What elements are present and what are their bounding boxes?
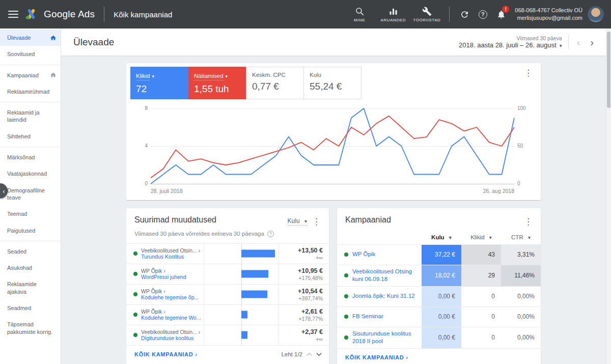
reports-action-label: ARUANDED [380,18,406,22]
reports-icon [388,7,398,16]
metric-chip-kulu[interactable]: Kulu 55,24 € [303,67,362,99]
sidebar-item-label: Ülevaade [7,34,31,41]
campaign-link[interactable]: Turundus Koolitus [141,254,200,260]
page-up-button[interactable] [307,352,312,356]
sidebar-item-soovitused[interactable]: Soovitused [0,46,61,62]
status-dot [344,315,348,319]
chart-menu-icon[interactable]: ⋮ [520,67,537,79]
page-title: Ülevaade [73,37,114,48]
sidebar-item-reklaamid-ja-laiendid[interactable]: Reklaamid ja laiendid [0,104,61,128]
sidebar-item-kampaaniad[interactable]: Kampaaniad [0,67,61,83]
y-axis-tick: 100 [517,105,532,111]
search-action[interactable]: MINE [345,7,374,22]
card-menu-icon[interactable]: ⋮ [520,215,537,228]
sidebar-item-marksonad[interactable]: Märksõnad [0,149,61,165]
table-row[interactable]: Joomla õpik: Kuni 31.12 0,00 € 0 0,00% [337,286,541,306]
account-info[interactable]: 068-068-4767 Collectiv OÜ merlisjusupov@… [515,7,582,22]
chevron-down-icon: ▾ [560,43,562,48]
chevron-down-icon: ▾ [489,235,492,240]
tools-icon [422,7,432,16]
page-down-button[interactable] [316,352,322,356]
column-header-ctr[interactable]: CTR ▾ [501,229,541,244]
avatar[interactable] [588,6,604,22]
sidebar-item-sihtlehed[interactable]: Sihtlehed [0,128,61,145]
y-axis-tick: 0 [135,181,148,187]
status-dot [344,335,348,340]
cell-klikid: 0 [461,327,501,348]
table-row[interactable]: WP Õpik › Kodulehe tegemise õp... +10,54… [126,284,329,304]
sidebar-item-ulevaade[interactable]: Ülevaade [0,30,61,46]
cell-ctr: 0,00% [501,307,541,327]
sidebar-item-seadmed[interactable]: Seadmed [0,300,61,316]
table-row[interactable]: FB Seminar 0,00 € 0 0,00% [337,306,541,327]
campaign-link[interactable]: WP Õpik [352,250,375,259]
campaigns-card: Kampaaniad ⋮ Kulu ▾ Klikid ▾ CTR ▾ WP Õp… [337,208,541,364]
search-icon [355,7,365,16]
table-row[interactable]: WP Õpik › WordPressi juhend +10,95 €+175… [126,264,329,284]
reports-action[interactable]: ARUANDED [379,7,407,22]
campaign-link[interactable]: Joomla õpik: Kuni 31.12 [352,292,415,300]
help-icon[interactable]: ? [476,8,489,21]
y-axis-tick: 0 [517,181,532,187]
divider [449,7,450,22]
status-dot [133,272,137,276]
sidebar-item-demograafiline-teave[interactable]: Demograafiline teave [0,182,61,206]
campaign-link[interactable]: WordPressi juhend [141,274,186,280]
cell-ctr: 0,00% [501,327,541,348]
metric-selector[interactable]: Kulu ▾ [288,217,307,226]
metric-chip-cpc[interactable]: Keskm. CPC 0,77 € [246,67,304,99]
table-row[interactable]: Veebikoolitused Otsin... › Digiturunduse… [126,325,329,345]
column-header-klikid[interactable]: Klikid ▾ [461,229,501,244]
change-bar [241,250,275,258]
campaign-link[interactable]: Kodulehe tegemise õp... [141,294,199,300]
table-row[interactable]: Sisuturunduse koolitus 2018 II pool 0,00… [337,327,541,348]
sidebar: Ülevaade Soovitused Kampaaniad Reklaamir… [0,29,61,364]
table-row[interactable]: Veebikoolitused Otsin... › Turundus Kool… [126,243,329,264]
top-changes-card: Suurimad muudatused Kulu ▾ ⋮ Viimased 30… [126,208,329,364]
cell-kulu: 0,00 € [422,327,461,348]
sidebar-item-asukohad[interactable]: Asukohad [0,260,61,276]
sidebar-item-tapsemad-pakkumiste[interactable]: Täpsemad pakkumiste korrig. [0,316,61,340]
column-header-kulu[interactable]: Kulu ▾ [422,229,461,244]
next-period-button[interactable]: › [588,37,596,47]
cell-kulu: 37,22 € [422,245,461,265]
sidebar-item-seaded[interactable]: Seaded [0,243,61,260]
cell-kulu: 0,00 € [422,287,461,306]
metric-chip-naitamised[interactable]: Näitamised▾ 1,55 tuh [188,67,246,99]
tools-action[interactable]: TÖÖRIISTAD [412,7,441,22]
scrollbar-thumb[interactable] [607,32,610,108]
sidebar-item-reklaamiruhmad[interactable]: Reklaamirühmad [0,83,61,100]
table-row[interactable]: WP Õpik › Kodulehe tegemine Wo... +2,61 … [126,304,329,325]
divider [568,36,569,49]
tools-action-label: TÖÖRIISTAD [413,18,440,22]
prev-period-button[interactable]: ‹ [575,37,582,47]
campaign-link[interactable]: FB Seminar [352,313,383,321]
card-menu-icon[interactable]: ⋮ [308,215,325,228]
scrollbar[interactable] [606,29,611,364]
all-campaigns-link[interactable]: KÕIK KAMPAANIAD › [134,351,198,357]
overview-chart-card: Klikid▾ 72 Näitamised▾ 1,55 tuh Keskm. C… [126,63,541,200]
sidebar-item-paigutused[interactable]: Paigutused [0,222,61,239]
topbar: Google Ads Kõik kampaaniad MINE ARUANDED… [0,0,611,29]
all-campaigns-link[interactable]: KÕIK KAMPAANIAD › [345,354,408,360]
campaign-link[interactable]: Kodulehe tegemine Wo... [141,315,201,321]
campaign-link[interactable]: Veebikoolitused Otsing kuni 06.09.18 [352,268,419,284]
table-row[interactable]: WP Õpik 37,22 € 43 3,31% [337,244,541,265]
menu-icon[interactable] [8,11,18,18]
sidebar-item-reklaamide-ajakava[interactable]: Reklaamide ajakava [0,276,61,300]
sidebar-item-vaatajaskonnad[interactable]: Vaatajaskonnad [0,165,61,182]
cell-klikid: 43 [461,245,501,265]
refresh-icon[interactable] [458,8,471,21]
campaign-link[interactable]: Digiturunduse koolitus [141,335,200,341]
page-header: Ülevaade Viimased 30 päeva 2018. aasta 2… [61,29,606,56]
content-area: Klikid▾ 72 Näitamised▾ 1,55 tuh Keskm. C… [61,56,606,364]
sidebar-item-teemad[interactable]: Teemad [0,206,61,222]
status-dot [133,313,137,317]
date-range-picker[interactable]: Viimased 30 päeva 2018. aasta 28. juuli … [459,35,562,49]
chevron-down-icon: ▾ [304,218,307,224]
notifications-button[interactable]: ! [494,8,508,21]
help-icon[interactable]: ? [267,231,274,237]
table-row[interactable]: Veebikoolitused Otsing kuni 06.09.18 18,… [337,265,541,286]
campaign-link[interactable]: Sisuturunduse koolitus 2018 II pool [352,330,419,346]
metric-chip-klikid[interactable]: Klikid▾ 72 [130,67,188,99]
